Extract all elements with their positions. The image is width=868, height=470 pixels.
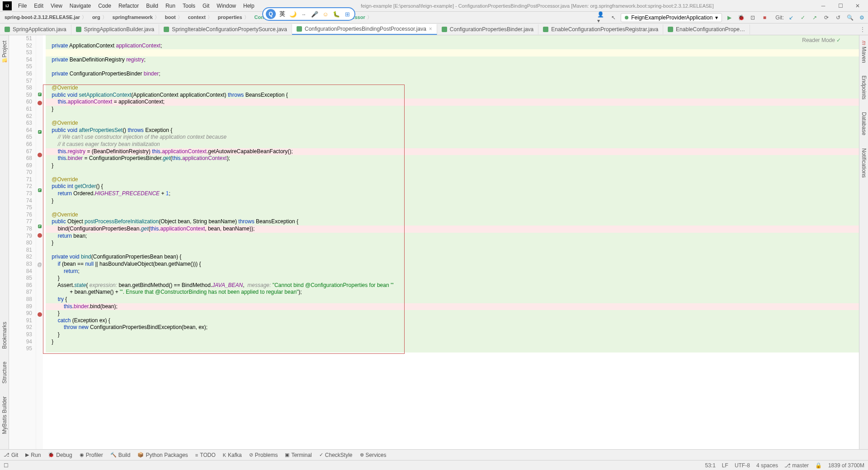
- tool-terminal[interactable]: ▣ Terminal: [285, 452, 311, 458]
- ime-grid-icon[interactable]: ⊞: [343, 9, 352, 19]
- breakpoint-icon[interactable]: [38, 153, 42, 157]
- tool-kafka[interactable]: K Kafka: [223, 452, 242, 458]
- crumb-jar[interactable]: spring-boot-2.3.12.RELEASE.jar: [2, 13, 90, 22]
- minimize-button[interactable]: ─: [816, 1, 830, 10]
- tool-mybatis[interactable]: MyBatis Builder: [0, 395, 9, 436]
- menu-git[interactable]: Git: [199, 1, 213, 10]
- breakpoint-icon[interactable]: [38, 312, 42, 317]
- menu-code[interactable]: Code: [94, 1, 115, 10]
- breakpoint-icon[interactable]: [38, 101, 42, 105]
- tool-checkstyle[interactable]: ✓ CheckStyle: [319, 452, 353, 458]
- tool-structure[interactable]: Structure: [0, 360, 9, 385]
- status-memory[interactable]: 1839 of 3700M: [828, 462, 864, 469]
- tab-overflow-icon[interactable]: ⋮: [857, 26, 868, 33]
- menu-build[interactable]: Build: [142, 1, 162, 10]
- crumb-ctx[interactable]: context: [185, 13, 215, 22]
- back-icon[interactable]: ↖: [609, 13, 618, 22]
- run-status-icon: [625, 16, 628, 19]
- menu-navigate[interactable]: Navigate: [66, 1, 94, 10]
- crumb-boot[interactable]: boot: [162, 13, 185, 22]
- menu-edit[interactable]: Edit: [30, 1, 47, 10]
- tool-debug[interactable]: 🐞 Debug: [48, 452, 72, 458]
- menu-file[interactable]: File: [14, 1, 30, 10]
- git-history-icon[interactable]: ⟳: [822, 13, 831, 22]
- crumb-props[interactable]: properties: [215, 13, 252, 22]
- git-push-icon[interactable]: ↗: [810, 13, 819, 22]
- tool-project[interactable]: 📁Project: [0, 39, 9, 65]
- tool-python[interactable]: 📦 Python Packages: [137, 452, 188, 458]
- tool-endpoints[interactable]: Endpoints: [860, 74, 868, 101]
- gutter[interactable]: 5152535455565758596061626364656667686970…: [9, 35, 36, 449]
- status-hint-icon[interactable]: ☐: [4, 462, 9, 469]
- git-commit-icon[interactable]: ✓: [798, 13, 807, 22]
- tab-configpropsbinding[interactable]: ConfigurationPropertiesBindingPostProces…: [292, 24, 437, 35]
- ime-mic-icon[interactable]: 🎤: [310, 9, 319, 19]
- status-indent[interactable]: 4 spaces: [756, 462, 778, 469]
- ime-smile-icon[interactable]: ☺: [321, 9, 330, 19]
- status-lock-icon[interactable]: 🔒: [815, 462, 822, 469]
- menu-tools[interactable]: Tools: [179, 1, 199, 10]
- status-caret-pos[interactable]: 53:1: [705, 462, 716, 469]
- menu-view[interactable]: View: [47, 1, 66, 10]
- tool-run[interactable]: ▶ Run: [25, 452, 41, 458]
- tool-git[interactable]: ⎇ Git: [4, 452, 18, 458]
- menu-help[interactable]: Help: [240, 1, 258, 10]
- override-icon[interactable]: [38, 130, 42, 134]
- override-icon[interactable]: [38, 93, 42, 96]
- code-area[interactable]: private ApplicationContext applicationCo…: [43, 35, 859, 449]
- tab-springapplication[interactable]: SpringApplication.java: [0, 24, 71, 34]
- java-file-icon: [543, 27, 548, 32]
- git-revert-icon[interactable]: ↺: [834, 13, 843, 22]
- settings-icon[interactable]: ⚙: [857, 13, 866, 22]
- ime-moon-icon[interactable]: 🌙: [288, 9, 297, 19]
- tab-configpropsbinder[interactable]: ConfigurationPropertiesBinder.java: [437, 24, 538, 34]
- tool-services[interactable]: ⊕ Services: [360, 452, 387, 458]
- close-button[interactable]: ✕: [851, 1, 864, 10]
- menu-window[interactable]: Window: [213, 1, 240, 10]
- breakpoint-icon[interactable]: [38, 233, 42, 238]
- code-editor[interactable]: 5152535455565758596061626364656667686970…: [9, 35, 859, 449]
- tool-maven[interactable]: m Maven: [860, 39, 868, 65]
- tab-springapplicationbuilder[interactable]: SpringApplicationBuilder.java: [71, 24, 159, 34]
- override-icon[interactable]: [38, 225, 42, 228]
- left-tool-strip: 📁Project Bookmarks Structure MyBatis Bui…: [0, 35, 9, 449]
- reader-mode-label[interactable]: Reader Mode ✓: [802, 37, 841, 43]
- tab-enableconfig-more[interactable]: EnableConfigurationPrope…: [663, 24, 750, 34]
- ime-lang-icon[interactable]: 英: [278, 9, 287, 19]
- tool-problems[interactable]: ⊘ Problems: [249, 452, 278, 458]
- java-file-icon: [297, 26, 302, 32]
- tool-profiler[interactable]: ◉ Profiler: [80, 452, 103, 458]
- crumb-org[interactable]: org: [90, 13, 110, 22]
- tab-enableconfigregistrar[interactable]: EnableConfigurationPropertiesRegistrar.j…: [538, 24, 663, 34]
- run-button[interactable]: ▶: [725, 13, 734, 22]
- tool-notifications[interactable]: Notifications: [860, 146, 868, 179]
- stop-button[interactable]: ■: [760, 13, 769, 22]
- git-update-icon[interactable]: ↙: [787, 13, 796, 22]
- run-config-selector[interactable]: FeignExampleProviderApplication ▾: [621, 13, 722, 22]
- status-encoding[interactable]: UTF-8: [735, 462, 750, 469]
- tool-bookmarks[interactable]: Bookmarks: [0, 320, 9, 351]
- debug-button[interactable]: 🐞: [736, 13, 745, 22]
- search-icon[interactable]: 🔍: [845, 13, 854, 22]
- user-icon[interactable]: 👤▾: [597, 13, 606, 22]
- tab-close-icon[interactable]: ×: [429, 26, 432, 32]
- tab-springiterableconfig[interactable]: SpringIterableConfigurationPropertySourc…: [159, 24, 292, 34]
- usage-icon[interactable]: @: [36, 261, 43, 268]
- crumb-sf[interactable]: springframework: [110, 13, 162, 22]
- coverage-button[interactable]: ⊡: [748, 13, 757, 22]
- tool-build[interactable]: 🔨 Build: [110, 452, 131, 458]
- menu-run[interactable]: Run: [162, 1, 179, 10]
- marker-column[interactable]: @: [36, 35, 43, 449]
- maximize-button[interactable]: ☐: [834, 1, 847, 10]
- bottom-toolbar: ⎇ Git ▶ Run 🐞 Debug ◉ Profiler 🔨 Build 📦…: [0, 449, 868, 460]
- override-icon[interactable]: [38, 188, 42, 192]
- menu-refactor[interactable]: Refactor: [115, 1, 142, 10]
- ime-bug-icon[interactable]: 🐛: [332, 9, 341, 19]
- tool-todo[interactable]: ≡ TODO: [195, 452, 216, 458]
- ime-icon[interactable]: Q: [266, 9, 276, 19]
- ime-toolbar[interactable]: Q 英 🌙 ·· 🎤 ☺ 🐛 ⊞: [262, 7, 355, 21]
- tool-database[interactable]: Database: [860, 110, 868, 137]
- ime-punct-icon[interactable]: ··: [299, 9, 308, 19]
- status-branch[interactable]: ⎇ master: [784, 462, 809, 469]
- status-line-sep[interactable]: LF: [722, 462, 728, 469]
